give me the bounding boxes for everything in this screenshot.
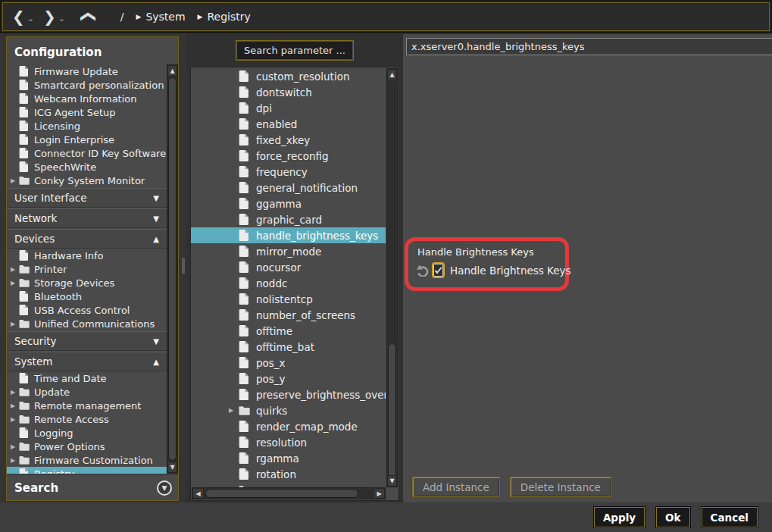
sidebar-scrollbar[interactable]: ▲ ▼ [167,64,178,474]
sidebar-tree-item[interactable]: ▶ Webcam Information [7,92,167,105]
sidebar-tree-item[interactable]: ▶ Firmware Update [7,64,167,78]
parameter-tree-item[interactable]: ▶ noddc [191,275,386,291]
scroll-left-icon[interactable]: ◀ [192,488,204,499]
parameter-scrollbar-vertical[interactable]: ▲ ▼ [386,68,398,487]
up-button[interactable]: ❯ [79,9,94,25]
forward-button[interactable]: ❯ [42,9,58,24]
parameter-tree-item[interactable]: ▶ rgamma [191,450,386,466]
scroll-down-icon[interactable]: ▼ [167,462,177,473]
parameter-tree-item[interactable]: ▶ nolistentcp [191,291,386,307]
expand-arrow-icon[interactable]: ▶ [11,389,19,396]
pane-splitter-handle[interactable] [182,258,185,274]
expand-arrow-icon[interactable]: ▶ [229,407,239,414]
sidebar-section-header[interactable]: Network ▼ [7,208,167,228]
reset-to-default-icon[interactable] [416,264,431,277]
ok-button[interactable]: Ok [656,507,689,527]
sidebar-tree-item[interactable]: ▶ SpeechWrite [7,160,167,174]
sidebar-tree-item[interactable]: ▶ Logging [7,426,167,440]
expand-arrow-icon[interactable]: ▶ [11,280,19,286]
folder-icon [19,455,31,465]
sidebar-tree-item[interactable]: ▶ USB Access Control [7,303,167,317]
parameter-tree-item[interactable]: ▶ dontswitch [191,84,386,100]
parameter-tree-item[interactable]: ▶ render_cmap_mode [191,418,386,434]
scroll-right-icon[interactable]: ▶ [373,488,385,499]
scrollbar-thumb[interactable] [205,489,358,498]
breadcrumb-root[interactable]: / [120,11,124,23]
sidebar-tree-item[interactable]: ▶ Power Options [7,440,167,453]
expand-arrow-icon[interactable]: ▶ [11,443,19,450]
parameter-tree-item[interactable]: ▶ preserve_brightness_over_re [191,386,386,402]
parameter-tree-item[interactable]: ▶ graphic_card [191,211,386,227]
scroll-down-icon[interactable]: ▼ [387,475,397,487]
parameter-tree-item[interactable]: ▶ force_reconfig [191,148,386,164]
sidebar-tree-item[interactable]: ▶ Remote Access [7,412,167,426]
sidebar-section-header[interactable]: Devices ▲ [7,229,167,249]
search-parameter-button[interactable]: Search parameter ... [236,40,354,61]
scroll-up-icon[interactable]: ▲ [167,65,177,77]
document-icon [239,118,252,130]
sidebar-tree-item[interactable]: ▶ Storage Devices [7,276,167,289]
parameter-tree-item[interactable]: ▶ mirror_mode [191,243,386,259]
expand-arrow-icon[interactable]: ▶ [11,321,19,327]
sidebar-section-header[interactable]: System ▲ [7,352,167,371]
tree-item-label: offtime [256,325,292,337]
parameter-tree-item[interactable]: ▶ rotation [191,466,386,482]
sidebar-tree-item[interactable]: ▶ Bluetooth [7,289,167,303]
handle-brightness-keys-checkbox[interactable] [433,264,443,277]
sidebar-tree-item[interactable]: ▶ Remote management [7,399,167,412]
scroll-up-icon[interactable]: ▲ [387,69,397,80]
expand-arrow-icon[interactable]: ▶ [11,416,19,423]
parameter-tree-item[interactable]: ▶ frequency [191,164,386,180]
sidebar-section-header[interactable]: Security ▼ [7,331,167,351]
parameter-tree-item[interactable]: ▶ pos_y [191,371,386,386]
expand-arrow-icon[interactable]: ▶ [11,177,19,184]
expand-arrow-icon[interactable]: ▶ [11,266,19,273]
sidebar-tree-item[interactable]: ▶ Printer [7,262,167,276]
parameter-tree-item[interactable]: ▶ number_of_screens [191,307,386,323]
parameter-tree-item[interactable]: ▶ fixed_xkey [191,132,386,148]
breadcrumb-registry[interactable]: Registry [208,11,251,23]
parameter-tree-item[interactable]: ▶ resolution [191,434,386,450]
back-button[interactable]: ❮ [11,9,27,24]
search-expand-button[interactable]: ▼ [157,480,172,496]
parameter-tree-item[interactable]: ▶ offtime [191,323,386,339]
sidebar-tree-item[interactable]: ▶ Time and Date [7,371,167,385]
delete-instance-button[interactable]: Delete Instance [510,477,611,497]
sidebar-tree-item[interactable]: ▶ ICG Agent Setup [7,105,167,119]
breadcrumb-system[interactable]: System [145,11,185,23]
apply-button[interactable]: Apply [594,507,645,527]
parameter-tree-item[interactable]: ▶ handle_brightness_keys [191,227,386,243]
sidebar-tree-item[interactable]: ▶ Login Enterprise [7,133,167,146]
sidebar-tree-item[interactable]: ▶ Connector ID Key Software [7,146,167,160]
parameter-scrollbar-horizontal[interactable]: ◀ ▶ [192,487,386,499]
parameter-tree-item[interactable]: ▶ dpi [191,100,386,116]
sidebar-tree-item[interactable]: ▶ Unified Communications [7,317,167,330]
forward-history-dropdown-icon[interactable]: ⌄ [58,14,65,23]
parameter-tree-item[interactable]: ▶ general_notification [191,180,386,196]
back-history-dropdown-icon[interactable]: ⌄ [27,14,34,23]
add-instance-button[interactable]: Add Instance [412,477,500,497]
parameter-tree-item[interactable]: ▶ offtime_bat [191,339,386,355]
sidebar-tree-item[interactable]: ▶ Hardware Info [7,249,167,262]
sidebar-tree-item[interactable]: ▶ Update [7,385,167,399]
sidebar-tree-item[interactable]: ▶ Firmware Customization [7,453,167,467]
sidebar-tree-item[interactable]: ▶ Registry [7,467,167,474]
scrollbar-thumb[interactable] [388,343,396,480]
scrollbar-thumb[interactable] [168,77,177,461]
parameter-tree-item[interactable]: ▶ quirks [191,402,386,418]
parameter-tree-item[interactable]: ▶ ggamma [191,196,386,211]
sidebar-tree-item[interactable]: ▶ Smartcard personalization [7,78,167,92]
parameter-tree-item[interactable]: ▶ [191,482,386,487]
cancel-button[interactable]: Cancel [702,507,758,527]
sidebar-search-section[interactable]: Search ▼ [7,474,178,500]
registry-path-field[interactable] [406,38,772,55]
sidebar-tree-item[interactable]: ▶ Licensing [7,119,167,133]
parameter-tree-item[interactable]: ▶ custom_resolution [191,68,386,84]
parameter-tree-item[interactable]: ▶ pos_x [191,355,386,371]
expand-arrow-icon[interactable]: ▶ [11,457,19,464]
parameter-tree-item[interactable]: ▶ nocursor [191,259,386,275]
sidebar-tree-item[interactable]: ▶ Conky System Monitor [7,174,167,187]
parameter-tree-item[interactable]: ▶ enabled [191,116,386,132]
sidebar-section-header[interactable]: User Interface ▼ [7,188,167,208]
expand-arrow-icon[interactable]: ▶ [11,402,19,409]
